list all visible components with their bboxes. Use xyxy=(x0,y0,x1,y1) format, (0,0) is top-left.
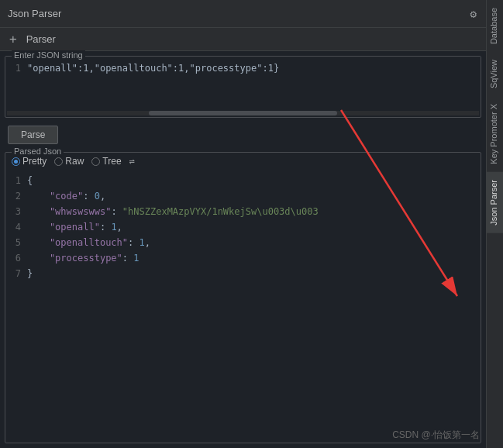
table-row: 7 } xyxy=(5,266,481,281)
input-text: "openall":1,"openalltouch":1,"processtyp… xyxy=(27,63,279,74)
toolbar: + Parser xyxy=(0,28,486,51)
parsed-toolbar: Pretty Raw Tree ⇌ xyxy=(5,153,481,170)
table-row: 3 "whwswswws": "hNSZZexMAzpVYX/1nWkejSw\… xyxy=(5,204,481,219)
line-num-7: 7 xyxy=(5,266,27,281)
json-output: 1 { 2 "code": 0, 3 "whwswswws": "hNSZZex… xyxy=(5,170,481,436)
line-num-4: 4 xyxy=(5,219,27,235)
sidebar-tab-keypromoter[interactable]: Key Promoter X xyxy=(487,96,504,172)
raw-radio-circle[interactable] xyxy=(54,157,63,166)
settings-icon[interactable]: ⚙ xyxy=(470,8,477,20)
title-bar: Json Parser ⚙ ⋮ xyxy=(0,0,503,28)
line-num-3: 3 xyxy=(5,204,27,219)
parsed-section-label: Parsed Json xyxy=(12,146,64,156)
watermark: CSDN @·怡饭第一名 xyxy=(392,429,480,442)
raw-label: Raw xyxy=(65,156,84,167)
input-section: Enter JSON string 1 "openall":1,"openall… xyxy=(5,56,481,118)
raw-radio[interactable]: Raw xyxy=(54,156,84,167)
tree-radio-circle[interactable] xyxy=(91,157,100,166)
scrollbar-area[interactable] xyxy=(7,111,479,115)
input-line-numbers: 1 xyxy=(5,61,27,106)
table-row: 2 "code": 0, xyxy=(5,188,481,204)
tree-radio[interactable]: Tree xyxy=(91,156,121,167)
tree-label: Tree xyxy=(102,156,121,167)
input-code-content[interactable]: "openall":1,"openalltouch":1,"processtyp… xyxy=(27,61,481,106)
input-section-label: Enter JSON string xyxy=(12,50,85,60)
sidebar-tab-jsonparser[interactable]: Json Parser xyxy=(487,172,504,233)
table-row: 6 "processtype": 1 xyxy=(5,250,481,266)
line-code-6: "processtype": 1 xyxy=(27,250,140,266)
line-code-5: "openalltouch": 1, xyxy=(27,235,150,250)
line-num-5: 5 xyxy=(5,235,27,250)
line-code-1: { xyxy=(27,173,33,188)
pretty-radio[interactable]: Pretty xyxy=(12,156,47,167)
line-num-2: 2 xyxy=(5,188,27,204)
app-title: Json Parser xyxy=(8,8,61,19)
line-code-2: "code": 0, xyxy=(27,188,105,204)
line-code-3: "whwswswws": "hNSZZexMAzpVYX/1nWkejSw\u0… xyxy=(27,204,319,219)
parsed-section: Parsed Json Pretty Raw Tree xyxy=(5,152,481,443)
table-row: 4 "openall": 1, xyxy=(5,219,481,235)
sidebar-tab-database[interactable]: Database xyxy=(487,0,504,52)
pretty-label: Pretty xyxy=(22,156,47,167)
right-sidebar: Database SqView Key Promoter X Json Pars… xyxy=(486,0,503,448)
parser-label: Parser xyxy=(26,33,56,45)
line-num-6: 6 xyxy=(5,250,27,266)
add-button[interactable]: + xyxy=(6,30,20,48)
key-code: "code" xyxy=(27,191,83,202)
view-options: Pretty Raw Tree ⇌ xyxy=(12,156,135,167)
tree-icon[interactable]: ⇌ xyxy=(129,156,135,167)
main-content: + Parser Enter JSON string 1 "openall":1… xyxy=(0,28,486,448)
parse-button[interactable]: Parse xyxy=(8,126,58,144)
pretty-radio-circle[interactable] xyxy=(12,157,20,166)
sidebar-tab-sqview[interactable]: SqView xyxy=(487,52,504,96)
table-row: 5 "openalltouch": 1, xyxy=(5,235,481,250)
line-num-1: 1 xyxy=(5,173,27,188)
table-row: 1 { xyxy=(5,173,481,188)
parse-button-area: Parse xyxy=(0,121,486,149)
line-code-7: } xyxy=(27,266,33,281)
scrollbar-thumb[interactable] xyxy=(149,111,338,115)
line-code-4: "openall": 1, xyxy=(27,219,122,235)
title-bar-left: Json Parser xyxy=(8,8,61,19)
main-inner: + Parser Enter JSON string 1 "openall":1… xyxy=(0,28,486,448)
json-input-area[interactable]: 1 "openall":1,"openalltouch":1,"processt… xyxy=(5,57,481,111)
